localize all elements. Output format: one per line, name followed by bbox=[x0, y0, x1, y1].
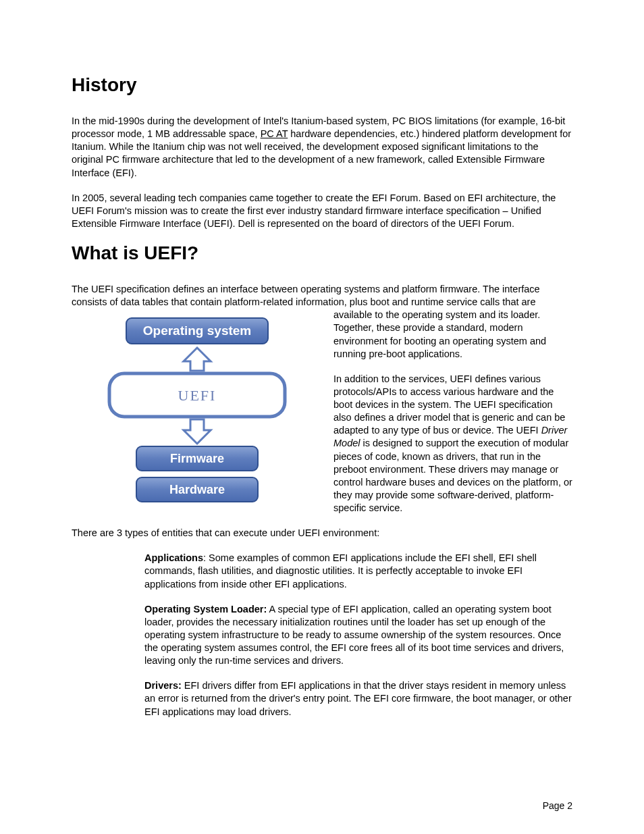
label-drivers: Drivers: bbox=[144, 680, 182, 691]
text: The UEFI specification defines an interf… bbox=[72, 284, 540, 307]
heading-history: History bbox=[72, 74, 572, 96]
paragraph-three-types: There are 3 types of entities that can e… bbox=[72, 527, 572, 540]
page-container: History In the mid-1990s during the deve… bbox=[0, 0, 644, 834]
diagram-firmware-label: Firmware bbox=[170, 452, 224, 465]
label-applications: Applications bbox=[144, 552, 203, 563]
uefi-stack-diagram: Operating system UEFI Firmware Hardware bbox=[69, 311, 325, 514]
text: : Some examples of common EFI applicatio… bbox=[144, 552, 537, 589]
text: In addition to the services, UEFI define… bbox=[333, 373, 565, 436]
page-number: Page 2 bbox=[543, 800, 572, 811]
paragraph-os-loader: Operating System Loader: A special type … bbox=[144, 603, 572, 668]
paragraph-drivers: Drivers: EFI drivers differ from EFI app… bbox=[144, 679, 572, 718]
paragraph-history-2: In 2005, several leading tech companies … bbox=[72, 192, 572, 230]
paragraph-whatis-intro: The UEFI specification defines an interf… bbox=[72, 283, 572, 309]
text: is designed to support the execution of … bbox=[333, 438, 572, 513]
paragraph-history-1: In the mid-1990s during the development … bbox=[72, 115, 572, 180]
diagram-uefi-label: UEFI bbox=[178, 387, 217, 404]
heading-what-is-uefi: What is UEFI? bbox=[72, 242, 572, 264]
link-pc-at[interactable]: PC AT bbox=[261, 128, 288, 139]
paragraph-applications: Applications: Some examples of common EF… bbox=[144, 552, 572, 590]
diagram-os-label: Operating system bbox=[143, 323, 252, 338]
text: EFI drivers differ from EFI applications… bbox=[144, 680, 572, 716]
uefi-stack-svg: Operating system UEFI Firmware Hardware bbox=[96, 311, 298, 514]
diagram-hardware-label: Hardware bbox=[169, 483, 225, 496]
label-os-loader: Operating System Loader: bbox=[144, 604, 267, 615]
